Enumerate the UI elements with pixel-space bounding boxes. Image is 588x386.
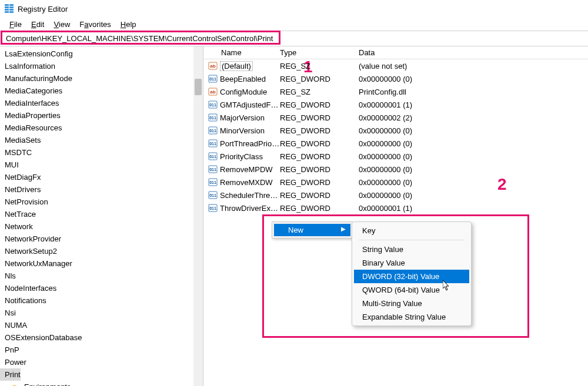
- submenu-key[interactable]: Key: [354, 224, 469, 237]
- value-name: (Default): [220, 61, 253, 71]
- submenu-qword[interactable]: QWORD (64-bit) Value: [354, 283, 469, 297]
- list-row[interactable]: abConfigModuleREG_SZPrintConfig.dll: [203, 85, 588, 98]
- value-type: REG_DWORD: [280, 126, 356, 135]
- tree-item[interactable]: MUI: [0, 159, 203, 171]
- dword-icon: 011: [208, 74, 218, 83]
- submenu-expandable[interactable]: Expandable String Value: [354, 310, 469, 324]
- dword-icon: 011: [208, 165, 218, 174]
- address-input[interactable]: [5, 33, 583, 43]
- menu-view[interactable]: View: [49, 19, 75, 29]
- list-row[interactable]: 011RemoveMPDWREG_DWORD0x00000000 (0): [203, 163, 588, 176]
- value-name: PriorityClass: [220, 152, 263, 161]
- submenu-binary[interactable]: Binary Value: [354, 256, 469, 270]
- value-data: 0x00000000 (0): [356, 152, 588, 161]
- svg-rect-2: [5, 6, 9, 8]
- value-type: REG_SZ: [280, 88, 356, 96]
- dword-icon: 011: [208, 100, 218, 109]
- list-row[interactable]: 011RemoveMXDWREG_DWORD0x00000000 (0): [203, 176, 588, 189]
- tree-item[interactable]: NetDiagFx: [0, 171, 203, 183]
- list-row[interactable]: 011MajorVersionREG_DWORD0x00000002 (2): [203, 111, 588, 124]
- svg-text:011: 011: [209, 77, 216, 81]
- svg-rect-5: [9, 9, 14, 11]
- list-view[interactable]: Name Type Data ab(Default)REG_SZ(value n…: [203, 46, 588, 386]
- value-data: 0x00000001 (1): [356, 204, 588, 213]
- tree-item[interactable]: MSDTC: [0, 146, 203, 159]
- list-row[interactable]: 011ThrowDriverExce...REG_DWORD0x00000001…: [203, 202, 588, 214]
- tree-item[interactable]: MediaResources: [0, 122, 203, 134]
- tree-item[interactable]: MediaInterfaces: [0, 97, 203, 109]
- value-data: PrintConfig.dll: [356, 88, 588, 96]
- tree-item[interactable]: OSExtensionDatabase: [0, 331, 203, 344]
- scroll-thumb[interactable]: [195, 79, 202, 95]
- folder-icon: [13, 384, 22, 387]
- value-name: ConfigModule: [220, 88, 267, 96]
- svg-text:011: 011: [209, 129, 216, 133]
- value-name: GMTAdjustedFor...: [220, 100, 280, 109]
- list-row[interactable]: 011SchedulerThread...REG_DWORD0x00000000…: [203, 189, 588, 202]
- dword-icon: 011: [208, 152, 218, 161]
- tree-item[interactable]: ManufacturingMode: [0, 72, 203, 85]
- tree-item[interactable]: NetDrivers: [0, 183, 203, 196]
- svg-rect-4: [5, 9, 9, 11]
- dword-icon: 011: [208, 177, 218, 187]
- tree-item[interactable]: LsaInformation: [0, 60, 203, 72]
- list-row[interactable]: 011GMTAdjustedFor...REG_DWORD0x00000001 …: [203, 98, 588, 111]
- tree-item[interactable]: NUMA: [0, 319, 203, 331]
- submenu-string[interactable]: String Value: [354, 243, 469, 256]
- svg-rect-3: [9, 6, 14, 8]
- col-name[interactable]: Name: [203, 48, 280, 57]
- tree-item[interactable]: MediaSets: [0, 134, 203, 146]
- tree-item[interactable]: Nsi: [0, 307, 203, 319]
- annotation-2: 2: [497, 175, 507, 194]
- svg-text:011: 011: [209, 206, 216, 210]
- col-data[interactable]: Data: [356, 48, 588, 57]
- list-row[interactable]: 011PriorityClassREG_DWORD0x00000000 (0): [203, 150, 588, 163]
- app-icon: [5, 4, 14, 14]
- tree-item[interactable]: Power: [0, 356, 203, 368]
- scrollbar[interactable]: [193, 46, 203, 386]
- menu-bar: File Edit View Favorites Help: [0, 18, 588, 31]
- tree-item[interactable]: NetworkSetup2: [0, 245, 203, 257]
- value-name: SchedulerThread...: [220, 191, 280, 200]
- tree-panel[interactable]: LsaExtensionConfigLsaInformationManufact…: [0, 46, 203, 386]
- value-data: 0x00000001 (1): [356, 100, 588, 109]
- value-type: REG_DWORD: [280, 113, 356, 122]
- col-type[interactable]: Type: [280, 48, 356, 57]
- list-row[interactable]: 011MinorVersionREG_DWORD0x00000000 (0): [203, 124, 588, 137]
- string-icon: ab: [208, 61, 218, 71]
- tree-item[interactable]: Print: [0, 368, 21, 381]
- submenu-dword[interactable]: DWORD (32-bit) Value: [354, 270, 469, 283]
- svg-text:011: 011: [209, 103, 216, 107]
- tree-item[interactable]: Environments: [0, 381, 203, 386]
- menu-file[interactable]: File: [5, 19, 26, 29]
- value-data: 0x00000000 (0): [356, 178, 588, 187]
- menu-favorites[interactable]: Favorites: [75, 19, 115, 29]
- tree-item[interactable]: MediaCategories: [0, 85, 203, 97]
- value-type: REG_DWORD: [280, 100, 356, 109]
- menu-help[interactable]: Help: [116, 19, 141, 29]
- tree-item[interactable]: NetTrace: [0, 208, 203, 220]
- tree-item[interactable]: NetworkUxManager: [0, 257, 203, 270]
- tree-item[interactable]: Network: [0, 220, 203, 233]
- address-bar: [0, 31, 588, 46]
- value-name: BeepEnabled: [220, 75, 266, 83]
- value-data: 0x00000000 (0): [356, 191, 588, 200]
- tree-item[interactable]: MediaProperties: [0, 109, 203, 122]
- tree-item[interactable]: PnP: [0, 344, 203, 356]
- tree-item[interactable]: NetworkProvider: [0, 233, 203, 245]
- tree-item[interactable]: NodeInterfaces: [0, 282, 203, 294]
- value-data: 0x00000002 (2): [356, 113, 588, 122]
- list-row[interactable]: 011BeepEnabledREG_DWORD0x00000000 (0): [203, 72, 588, 85]
- list-row[interactable]: ab(Default)REG_SZ(value not set): [203, 59, 588, 72]
- list-row[interactable]: 011PortThreadPriorityREG_DWORD0x00000000…: [203, 137, 588, 150]
- menu-edit[interactable]: Edit: [26, 19, 49, 29]
- value-name: RemoveMXDW: [220, 178, 273, 187]
- tree-item[interactable]: NetProvision: [0, 196, 203, 208]
- dword-icon: 011: [208, 113, 218, 122]
- tree-item[interactable]: LsaExtensionConfig: [0, 48, 203, 60]
- tree-item[interactable]: Notifications: [0, 294, 203, 307]
- tree-item[interactable]: Nls: [0, 270, 203, 282]
- submenu-multistring[interactable]: Multi-String Value: [354, 297, 469, 310]
- context-new[interactable]: New ▶: [274, 224, 350, 236]
- submenu-new: Key String Value Binary Value DWORD (32-…: [352, 221, 472, 326]
